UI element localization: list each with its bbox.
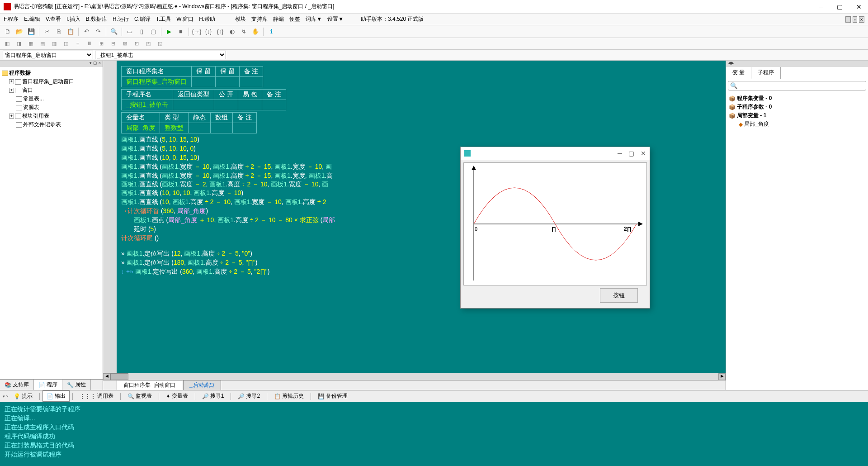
- btab-output[interactable]: 📄输出: [42, 390, 70, 402]
- menu-lib[interactable]: 支持库: [251, 15, 268, 23]
- code-editor[interactable]: 窗口程序集名保 留保 留备 注 窗口程序集_启动窗口 子程序名返回值类型公 开易…: [103, 61, 726, 373]
- redo-icon[interactable]: ↷: [93, 27, 103, 37]
- btab-clip[interactable]: 📋剪辑历史: [270, 390, 308, 402]
- btab-search1[interactable]: 🔎搜寻1: [198, 390, 228, 402]
- btab-vartable[interactable]: ✦变量表: [162, 390, 192, 402]
- tab-property[interactable]: 🔧 属性: [62, 380, 91, 390]
- layout3-icon[interactable]: ▢: [148, 27, 158, 37]
- new-icon[interactable]: 🗋: [3, 27, 13, 37]
- menu-module[interactable]: 模块: [235, 15, 246, 23]
- run-icon[interactable]: ▶: [164, 27, 174, 37]
- run-button[interactable]: 按钮: [600, 288, 638, 303]
- t10-icon[interactable]: ⊟: [108, 39, 118, 48]
- paste-icon[interactable]: 📋: [66, 27, 75, 37]
- cut-icon[interactable]: ✂: [42, 27, 52, 37]
- method-select[interactable]: _按钮1_被单击: [95, 51, 226, 59]
- tree-item[interactable]: 常量表...: [23, 95, 44, 103]
- t7-icon[interactable]: ≡: [73, 39, 82, 48]
- t6-icon[interactable]: ◫: [61, 39, 71, 48]
- btab-watch[interactable]: 🔍监视表: [123, 390, 156, 402]
- scroll-left-icon[interactable]: ◀: [103, 373, 110, 380]
- menu-dict[interactable]: 词库▼: [306, 15, 322, 23]
- tab-program[interactable]: 📄 程序: [34, 380, 62, 390]
- layout2-icon[interactable]: ▯: [137, 27, 146, 37]
- menu-window[interactable]: W.窗口: [176, 15, 193, 23]
- menu-run[interactable]: R.运行: [113, 15, 129, 23]
- maximize-button[interactable]: ▢: [834, 2, 845, 11]
- menu-compile[interactable]: C.编译: [134, 15, 151, 23]
- menu-static[interactable]: 静编: [273, 15, 284, 23]
- runtime-max-icon[interactable]: ▢: [628, 150, 634, 157]
- menu-file[interactable]: F.程序: [4, 15, 19, 23]
- t11-icon[interactable]: ⊠: [120, 39, 129, 48]
- mdi-close-icon[interactable]: ×: [859, 16, 864, 23]
- stop-icon[interactable]: ■: [176, 27, 186, 37]
- info-icon[interactable]: ℹ: [266, 27, 276, 37]
- scroll-thumb[interactable]: [110, 373, 128, 380]
- mdi-min-icon[interactable]: _: [845, 16, 851, 23]
- menu-help[interactable]: H.帮助: [199, 15, 215, 23]
- tree-item[interactable]: 窗口程序集_启动窗口: [22, 78, 74, 86]
- t4-icon[interactable]: ▤: [38, 39, 47, 48]
- t13-icon[interactable]: ◰: [144, 39, 153, 48]
- t12-icon[interactable]: ⊡: [132, 39, 141, 48]
- search-input[interactable]: [728, 81, 866, 90]
- runtime-close-icon[interactable]: ✕: [641, 150, 646, 157]
- close-button[interactable]: ✕: [854, 2, 864, 11]
- layout1-icon[interactable]: ▭: [125, 27, 135, 37]
- find-icon[interactable]: 🔍: [109, 27, 119, 37]
- expand-icon[interactable]: +: [9, 79, 14, 84]
- btab-search2[interactable]: 🔎搜寻2: [234, 390, 264, 402]
- menu-tools[interactable]: T.工具: [156, 15, 171, 23]
- breakpoint-icon[interactable]: ◐: [227, 27, 237, 37]
- btab-tips[interactable]: 💡提示: [9, 390, 37, 402]
- mdi-max-icon[interactable]: ▫: [853, 16, 857, 23]
- btab-backup[interactable]: 💾备份管理: [314, 390, 352, 402]
- save-icon[interactable]: 💾: [26, 27, 36, 37]
- t14-icon[interactable]: ◱: [156, 39, 165, 48]
- menu-note[interactable]: 便签: [289, 15, 300, 23]
- step-into-icon[interactable]: {↓}: [203, 27, 213, 37]
- t1-icon[interactable]: ◧: [3, 39, 12, 48]
- tree-item[interactable]: 模块引用表: [22, 112, 49, 120]
- runtime-window[interactable]: ─ ▢ ✕ 0 ∏ 2∏: [460, 147, 650, 309]
- h-scrollbar[interactable]: ◀ ▶: [103, 373, 726, 380]
- cursor-icon[interactable]: ↯: [239, 27, 249, 37]
- tab-support[interactable]: 📚 支持库: [0, 380, 34, 390]
- menu-insert[interactable]: I.插入: [66, 15, 80, 23]
- expand-icon[interactable]: +: [9, 88, 14, 93]
- class-select[interactable]: 窗口程序集_启动窗口: [3, 51, 93, 59]
- t3-icon[interactable]: ▦: [26, 39, 35, 48]
- t9-icon[interactable]: ⊞: [97, 39, 106, 48]
- scroll-right-icon[interactable]: ▶: [718, 373, 726, 380]
- editor-tab[interactable]: _启动窗口: [183, 380, 222, 390]
- output-text[interactable]: 正在统计需要编译的子程序 正在编译... 正在生成主程序入口代码 程序代码编译成…: [0, 402, 868, 466]
- variable-tree[interactable]: 📦程序集变量 - 0 📦子程序参数 - 0 📦局部变量 - 1 ◆局部_角度: [726, 92, 868, 130]
- editor-tab[interactable]: 窗口程序集_启动窗口: [117, 380, 182, 390]
- tree-item[interactable]: 窗口: [22, 86, 33, 94]
- step-over-icon[interactable]: {→}: [192, 27, 202, 37]
- menu-edit[interactable]: E.编辑: [24, 15, 40, 23]
- copy-icon[interactable]: ⎘: [54, 27, 64, 37]
- menu-settings[interactable]: 设置▼: [327, 15, 344, 23]
- undo-icon[interactable]: ↶: [81, 27, 91, 37]
- t2-icon[interactable]: ◨: [14, 39, 24, 48]
- expand-icon[interactable]: +: [9, 114, 14, 119]
- open-icon[interactable]: 📂: [14, 27, 24, 37]
- hand-icon[interactable]: ✋: [250, 27, 260, 37]
- runtime-titlebar[interactable]: ─ ▢ ✕: [461, 147, 650, 160]
- tab-variables[interactable]: 变 量: [726, 67, 751, 79]
- step-out-icon[interactable]: {↑}: [215, 27, 225, 37]
- dock-handle[interactable]: ◀▶: [726, 61, 868, 67]
- minimize-button[interactable]: ─: [816, 2, 826, 11]
- runtime-min-icon[interactable]: ─: [618, 150, 622, 157]
- tab-subroutines[interactable]: 子程序: [751, 67, 781, 79]
- tree-item[interactable]: 资源表: [23, 104, 39, 111]
- dock-handle[interactable]: ▾▢×: [0, 61, 103, 67]
- btab-calltable[interactable]: ⋮⋮⋮ 调用表: [75, 390, 118, 402]
- t8-icon[interactable]: Ⅲ: [85, 39, 94, 48]
- menu-database[interactable]: B.数据库: [86, 15, 107, 23]
- t5-icon[interactable]: ▥: [50, 39, 59, 48]
- tree-item[interactable]: 外部文件记录表: [23, 121, 61, 128]
- menu-view[interactable]: V.查看: [46, 15, 61, 23]
